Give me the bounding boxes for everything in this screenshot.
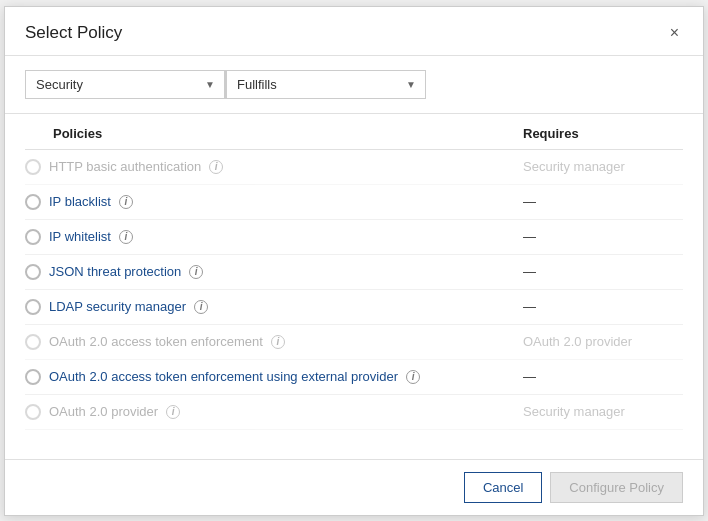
- radio-ldap-security-manager[interactable]: [25, 299, 41, 315]
- policy-requires-json-threat-protection: —: [523, 264, 683, 279]
- col-requires-header: Requires: [523, 126, 683, 141]
- policy-rows-container: HTTP basic authentication i Security man…: [25, 150, 683, 430]
- radio-oauth2-access-token: [25, 334, 41, 350]
- policies-table: Policies Requires HTTP basic authenticat…: [5, 114, 703, 459]
- policy-name-ip-whitelist: IP whitelist: [49, 229, 111, 244]
- policy-requires-http-basic-auth: Security manager: [523, 159, 683, 174]
- info-icon-ip-whitelist: i: [119, 230, 133, 244]
- policy-name-ip-blacklist: IP blacklist: [49, 194, 111, 209]
- policy-left-oauth2-access-token-ext: OAuth 2.0 access token enforcement using…: [25, 369, 523, 385]
- radio-ip-blacklist[interactable]: [25, 194, 41, 210]
- policy-left-http-basic-auth: HTTP basic authentication i: [25, 159, 523, 175]
- select-policy-dialog: Select Policy × Security ▼ Fullfills ▼ P…: [4, 6, 704, 516]
- dialog-footer: Cancel Configure Policy: [5, 459, 703, 515]
- configure-policy-button[interactable]: Configure Policy: [550, 472, 683, 503]
- cancel-button[interactable]: Cancel: [464, 472, 542, 503]
- radio-oauth2-provider: [25, 404, 41, 420]
- info-icon-json-threat-protection: i: [189, 265, 203, 279]
- close-button[interactable]: ×: [666, 23, 683, 43]
- info-icon-oauth2-access-token: i: [271, 335, 285, 349]
- policy-left-oauth2-provider: OAuth 2.0 provider i: [25, 404, 523, 420]
- radio-json-threat-protection[interactable]: [25, 264, 41, 280]
- category-select[interactable]: Security: [25, 70, 225, 99]
- policy-left-json-threat-protection: JSON threat protection i: [25, 264, 523, 280]
- policy-requires-ldap-security-manager: —: [523, 299, 683, 314]
- filter-row: Security ▼ Fullfills ▼: [5, 56, 703, 114]
- policy-left-ldap-security-manager: LDAP security manager i: [25, 299, 523, 315]
- policy-row-json-threat-protection: JSON threat protection i —: [25, 255, 683, 290]
- policy-row-ip-whitelist: IP whitelist i —: [25, 220, 683, 255]
- policy-row-oauth2-access-token: OAuth 2.0 access token enforcement i OAu…: [25, 325, 683, 360]
- policy-left-oauth2-access-token: OAuth 2.0 access token enforcement i: [25, 334, 523, 350]
- policy-name-oauth2-provider: OAuth 2.0 provider: [49, 404, 158, 419]
- policy-requires-ip-whitelist: —: [523, 229, 683, 244]
- policy-row-oauth2-provider: OAuth 2.0 provider i Security manager: [25, 395, 683, 430]
- policy-name-ldap-security-manager: LDAP security manager: [49, 299, 186, 314]
- type-select[interactable]: Fullfills: [226, 70, 426, 99]
- policy-left-ip-whitelist: IP whitelist i: [25, 229, 523, 245]
- policy-requires-oauth2-access-token-ext: —: [523, 369, 683, 384]
- radio-oauth2-access-token-ext[interactable]: [25, 369, 41, 385]
- dialog-header: Select Policy ×: [5, 7, 703, 56]
- policy-name-oauth2-access-token-ext: OAuth 2.0 access token enforcement using…: [49, 369, 398, 384]
- table-header: Policies Requires: [25, 114, 683, 150]
- policy-name-http-basic-auth: HTTP basic authentication: [49, 159, 201, 174]
- policy-row-ldap-security-manager: LDAP security manager i —: [25, 290, 683, 325]
- info-icon-http-basic-auth: i: [209, 160, 223, 174]
- policy-requires-oauth2-access-token: OAuth 2.0 provider: [523, 334, 683, 349]
- radio-http-basic-auth: [25, 159, 41, 175]
- policy-row-http-basic-auth: HTTP basic authentication i Security man…: [25, 150, 683, 185]
- category-select-wrapper: Security ▼: [25, 70, 225, 99]
- policy-name-oauth2-access-token: OAuth 2.0 access token enforcement: [49, 334, 263, 349]
- dialog-title: Select Policy: [25, 23, 122, 43]
- info-icon-oauth2-provider: i: [166, 405, 180, 419]
- policy-left-ip-blacklist: IP blacklist i: [25, 194, 523, 210]
- info-icon-oauth2-access-token-ext: i: [406, 370, 420, 384]
- policy-row-oauth2-access-token-ext: OAuth 2.0 access token enforcement using…: [25, 360, 683, 395]
- policy-requires-oauth2-provider: Security manager: [523, 404, 683, 419]
- policy-requires-ip-blacklist: —: [523, 194, 683, 209]
- col-policies-header: Policies: [53, 126, 102, 141]
- info-icon-ip-blacklist: i: [119, 195, 133, 209]
- policy-row-ip-blacklist: IP blacklist i —: [25, 185, 683, 220]
- type-select-wrapper: Fullfills ▼: [226, 70, 426, 99]
- info-icon-ldap-security-manager: i: [194, 300, 208, 314]
- radio-ip-whitelist[interactable]: [25, 229, 41, 245]
- policy-name-json-threat-protection: JSON threat protection: [49, 264, 181, 279]
